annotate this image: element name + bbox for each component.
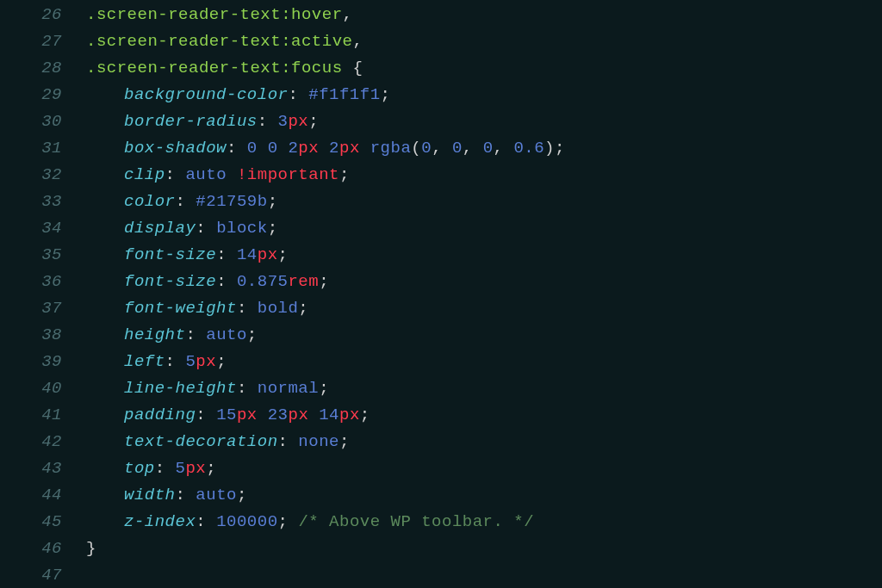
code-content[interactable]: .screen-reader-text:hover, .screen-reade… — [86, 2, 882, 588]
property-token: height — [124, 325, 185, 344]
code-line[interactable]: clip: auto !important; — [86, 162, 882, 189]
code-line[interactable]: .screen-reader-text:hover, — [86, 2, 882, 28]
code-line[interactable]: z-index: 100000; /* Above WP toolbar. */ — [86, 509, 882, 535]
semicolon-token: ; — [339, 165, 350, 184]
unit-token: px — [339, 405, 360, 424]
line-number: 32 — [0, 162, 62, 189]
paren-token: ( — [411, 139, 421, 158]
semicolon-token: ; — [298, 299, 308, 318]
value-token: block — [216, 219, 268, 238]
unit-token: px — [288, 405, 308, 424]
semicolon-token: ; — [278, 512, 289, 531]
code-line[interactable]: text-decoration: none; — [86, 429, 882, 455]
code-line[interactable]: font-size: 0.875rem; — [86, 269, 882, 295]
code-line[interactable]: .screen-reader-text:focus { — [86, 55, 882, 82]
property-token: top — [124, 459, 155, 478]
comma-token: , — [352, 32, 363, 51]
line-number: 27 — [0, 28, 62, 55]
property-token: z-index — [124, 512, 196, 531]
code-line[interactable]: width: auto; — [86, 482, 882, 509]
semicolon-token: ; — [216, 352, 227, 371]
property-token: left — [124, 352, 165, 371]
semicolon-token: ; — [237, 486, 247, 504]
code-line[interactable]: background-color: #f1f1f1; — [86, 82, 882, 108]
value-token: auto — [185, 165, 227, 184]
selector-token: .screen-reader-text — [86, 5, 281, 24]
code-line[interactable]: } — [86, 535, 882, 562]
line-number: 43 — [0, 455, 62, 482]
property-token: border-radius — [124, 112, 258, 131]
colon-token: : — [216, 245, 237, 264]
function-token: rgba — [370, 139, 412, 158]
arg-token: 0 — [452, 139, 463, 158]
line-number: 34 — [0, 215, 62, 242]
code-line[interactable]: .screen-reader-text:active, — [86, 28, 882, 55]
property-token: display — [124, 219, 196, 238]
number-token: 0 0 — [247, 139, 289, 158]
semicolon-token: ; — [268, 219, 278, 238]
unit-token: rem — [288, 272, 319, 291]
line-number: 40 — [0, 375, 62, 402]
code-line[interactable] — [86, 562, 882, 588]
colon-token: : — [216, 272, 237, 291]
number-token: 5 — [185, 352, 196, 371]
code-line[interactable]: color: #21759b; — [86, 189, 882, 215]
semicolon-token: ; — [360, 405, 370, 424]
unit-token: px — [288, 112, 308, 131]
property-token: background-color — [124, 85, 288, 104]
property-token: width — [124, 486, 176, 504]
line-number: 39 — [0, 349, 62, 375]
colon-token: : — [176, 192, 196, 211]
colon-token: : — [278, 432, 299, 451]
comma-token: , — [343, 5, 353, 24]
hex-value-token: #21759b — [196, 192, 267, 211]
selector-token: .screen-reader-text — [86, 32, 281, 51]
line-number: 35 — [0, 242, 62, 269]
value-token: auto — [206, 325, 247, 344]
paren-token: ) — [544, 139, 555, 158]
property-token: text-decoration — [124, 432, 278, 451]
arg-token: 0 — [483, 139, 494, 158]
number-token: 0.875 — [237, 272, 289, 291]
property-token: line-height — [124, 379, 237, 398]
line-number: 44 — [0, 482, 62, 509]
line-number: 36 — [0, 269, 62, 295]
colon-token: : — [196, 405, 216, 424]
number-token: 14 — [319, 405, 339, 424]
semicolon-token: ; — [555, 139, 565, 158]
line-number: 33 — [0, 189, 62, 215]
code-editor[interactable]: 26 27 28 29 30 31 32 33 34 35 36 37 38 3… — [0, 0, 882, 588]
code-line[interactable]: padding: 15px 23px 14px; — [86, 402, 882, 429]
comment-token: /* Above WP toolbar. */ — [298, 512, 534, 531]
property-token: box-shadow — [124, 139, 227, 158]
number-token: 2 — [288, 139, 298, 158]
semicolon-token: ; — [278, 245, 289, 264]
code-line[interactable]: font-size: 14px; — [86, 242, 882, 269]
line-number: 31 — [0, 135, 62, 162]
colon-token: : — [258, 112, 278, 131]
colon-token: : — [237, 299, 258, 318]
semicolon-token: ; — [308, 112, 319, 131]
code-line[interactable]: left: 5px; — [86, 349, 882, 375]
colon-token: : — [155, 459, 176, 478]
code-line[interactable]: height: auto; — [86, 322, 882, 349]
colon-token: : — [196, 219, 216, 238]
code-line[interactable]: box-shadow: 0 0 2px 2px rgba(0, 0, 0, 0.… — [86, 135, 882, 162]
code-line[interactable]: display: block; — [86, 215, 882, 242]
line-number: 45 — [0, 509, 62, 535]
line-number: 47 — [0, 562, 62, 588]
colon-token: : — [165, 165, 186, 184]
property-token: font-weight — [124, 299, 237, 318]
colon-token: : — [237, 379, 258, 398]
code-line[interactable]: font-weight: bold; — [86, 295, 882, 322]
line-number: 42 — [0, 429, 62, 455]
arg-token: 0 — [421, 139, 432, 158]
code-line[interactable]: top: 5px; — [86, 455, 882, 482]
property-token: font-size — [124, 272, 216, 291]
line-number: 29 — [0, 82, 62, 108]
number-token: 23 — [268, 405, 289, 424]
code-line[interactable]: border-radius: 3px; — [86, 108, 882, 135]
code-line[interactable]: line-height: normal; — [86, 375, 882, 402]
colon-token: : — [185, 325, 206, 344]
line-number: 37 — [0, 295, 62, 322]
